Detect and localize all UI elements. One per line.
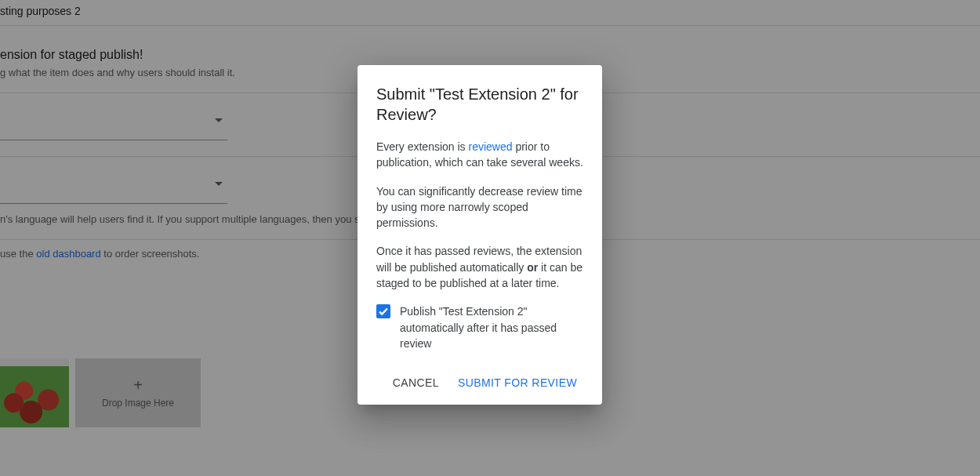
auto-publish-label: Publish "Test Extension 2" automatically… [400,303,583,351]
dialog-paragraph-reviewed: Every extension is reviewed prior to pub… [376,139,583,171]
reviewed-link[interactable]: reviewed [469,140,513,153]
check-icon [378,306,389,317]
dialog-paragraph-publish: Once it has passed reviews, the extensio… [376,243,583,291]
dialog-actions: Cancel Submit for Review [376,370,583,395]
submit-review-dialog: Submit "Test Extension 2" for Review? Ev… [358,65,602,405]
submit-for-review-button[interactable]: Submit for Review [452,370,583,395]
dialog-title: Submit "Test Extension 2" for Review? [376,84,583,125]
cancel-button[interactable]: Cancel [387,370,445,395]
auto-publish-checkbox[interactable] [376,304,390,318]
dialog-paragraph-permissions: You can significantly decrease review ti… [376,183,583,231]
